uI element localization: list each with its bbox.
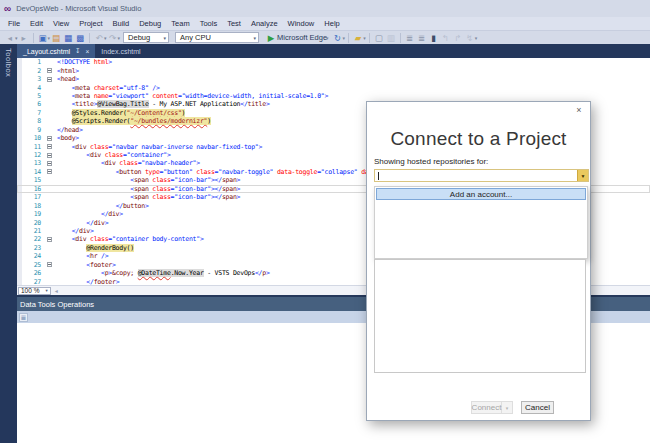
code-line: 4 <meta charset="utf-8" /> — [17, 83, 650, 91]
fold-collapse-icon[interactable] — [44, 161, 54, 166]
line-number: 23 — [17, 244, 44, 252]
chevron-down-icon: ▾ — [475, 35, 478, 41]
tab-label: Index.cshtml — [101, 48, 140, 55]
fold-collapse-icon[interactable] — [44, 144, 54, 149]
fold-collapse-icon[interactable] — [44, 262, 54, 267]
indent-increase-icon[interactable]: ≣ — [417, 32, 427, 44]
line-number: 6 — [17, 100, 44, 108]
project-list[interactable] — [374, 259, 586, 373]
start-debugging-button[interactable]: ▶Microsoft Edge ▾ — [265, 32, 329, 44]
code-text: </button> — [54, 202, 149, 210]
toolbox-tab[interactable]: Toolbox — [4, 48, 13, 77]
menu-item-team[interactable]: Team — [166, 17, 194, 30]
menu-item-project[interactable]: Project — [74, 17, 107, 30]
code-text: <div class="navbar-header"> — [54, 159, 200, 167]
code-text: <!DOCTYPE html> — [54, 58, 112, 66]
code-text: </head> — [54, 126, 83, 134]
redo-icon[interactable]: ↷ — [108, 32, 118, 44]
add-new-item-icon[interactable]: ▤ — [51, 32, 61, 44]
code-text: @Scripts.Render("~/bundles/modernizr") — [54, 117, 211, 125]
chevron-down-icon: ▾ — [254, 35, 257, 41]
undo-icon[interactable]: ↶ — [94, 32, 104, 44]
code-text: <head> — [54, 75, 79, 83]
tab-index.cshtml[interactable]: Index.cshtml — [95, 44, 146, 58]
fold-collapse-icon[interactable] — [44, 136, 54, 141]
new-project-icon[interactable]: ▣ — [38, 32, 48, 44]
indent-decrease-icon[interactable]: ≣ — [405, 32, 415, 44]
editor-zoom-combo[interactable]: 100 % ▾ — [18, 287, 51, 295]
line-number: 22 — [17, 235, 44, 243]
solution-platform-combo-value: Any CPU — [180, 33, 211, 42]
list-view-icon[interactable]: ≣ — [19, 313, 28, 322]
code-text: <body> — [54, 134, 79, 142]
prev-bookmark-icon[interactable]: ↰ — [441, 32, 451, 44]
menu-item-edit[interactable]: Edit — [25, 17, 48, 30]
play-icon: ▶ — [266, 32, 276, 44]
toolbar-separator — [89, 33, 90, 43]
line-number: 11 — [17, 143, 44, 151]
line-number: 8 — [17, 117, 44, 125]
transact-icon[interactable]: ▥ — [386, 32, 396, 44]
menu-item-view[interactable]: View — [48, 17, 74, 30]
fold-collapse-icon[interactable] — [44, 169, 54, 174]
fold-collapse-icon[interactable] — [44, 77, 54, 82]
code-line: 2<html> — [17, 66, 650, 74]
visual-studio-logo-icon: ∞ — [4, 4, 11, 14]
menu-bar: FileEditViewProjectBuildDebugTeamToolsTe… — [0, 17, 650, 30]
save-icon[interactable]: ▦ — [63, 32, 73, 44]
refresh-icon[interactable]: ↻ — [333, 32, 343, 44]
next-bookmark-icon[interactable]: ↱ — [453, 32, 463, 44]
menu-item-window[interactable]: Window — [283, 17, 320, 30]
menu-item-debug[interactable]: Debug — [134, 17, 166, 30]
nav-back-icon[interactable]: ◂ — [5, 32, 15, 44]
toolbar-separator — [348, 33, 349, 43]
close-icon[interactable]: × — [86, 48, 90, 55]
line-number: 27 — [17, 278, 44, 285]
menu-item-file[interactable]: File — [3, 17, 25, 30]
tab-label: _Layout.cshtml — [23, 48, 70, 55]
menu-item-test[interactable]: Test — [222, 17, 246, 30]
connect-split-dropdown-icon[interactable]: ▾ — [502, 401, 513, 414]
new-query-icon[interactable]: ▢ — [374, 32, 384, 44]
solution-platform-combo[interactable]: Any CPU▾ — [175, 32, 259, 43]
hscroll-left-icon[interactable]: ◂ — [55, 287, 58, 294]
code-text: <div class="container body-content"> — [54, 235, 204, 243]
cancel-button[interactable]: Cancel — [521, 401, 554, 414]
connect-button[interactable]: Connect — [471, 401, 502, 414]
menu-item-build[interactable]: Build — [108, 17, 135, 30]
dialog-close-icon[interactable]: × — [573, 104, 585, 116]
code-text: <span class="icon-bar"></span> — [54, 176, 240, 184]
chevron-down-icon: ▾ — [164, 35, 167, 41]
code-text: @RenderBody() — [54, 244, 134, 252]
line-number: 17 — [17, 193, 44, 201]
fold-collapse-icon[interactable] — [44, 68, 54, 73]
line-number: 4 — [17, 84, 44, 92]
code-text: <span class="icon-bar"></span> — [54, 193, 240, 201]
code-text: <p>&copy; @DateTime.Now.Year - VSTS DevO… — [54, 269, 270, 277]
menu-item-tools[interactable]: Tools — [195, 17, 223, 30]
combobox-dropdown-icon[interactable]: ▼ — [577, 170, 588, 181]
line-number: 3 — [17, 75, 44, 83]
panel-title: Data Tools Operations — [20, 300, 94, 309]
account-combobox[interactable]: ▼ — [374, 169, 589, 182]
dialog-title: Connect to a Project — [367, 128, 590, 150]
nav-forward-icon[interactable]: ▸ — [19, 32, 29, 44]
line-number: 15 — [17, 176, 44, 184]
menu-item-analyze[interactable]: Analyze — [246, 17, 283, 30]
code-text: <hr /> — [54, 252, 108, 260]
code-text: <span class="icon-bar"></span> — [54, 185, 240, 193]
menu-item-help[interactable]: Help — [319, 17, 344, 30]
bookmark-icon[interactable]: ▮ — [429, 32, 439, 44]
fold-collapse-icon[interactable] — [44, 237, 54, 242]
solution-configuration-combo[interactable]: Debug▾ — [123, 32, 169, 43]
code-text: <div class="container"> — [54, 151, 171, 159]
clear-bookmarks-icon[interactable]: ↯ — [465, 32, 475, 44]
save-all-icon[interactable]: ▩ — [75, 32, 85, 44]
fold-collapse-icon[interactable] — [44, 153, 54, 158]
code-text: </div> — [54, 219, 108, 227]
feedback-icon[interactable]: ▰ — [353, 32, 363, 44]
tab-_layout.cshtml[interactable]: _Layout.cshtml↧× — [17, 44, 95, 58]
code-text: <footer> — [54, 261, 116, 269]
pin-icon[interactable]: ↧ — [75, 47, 80, 55]
dropdown-item-add-account[interactable]: Add an account... — [376, 188, 586, 200]
